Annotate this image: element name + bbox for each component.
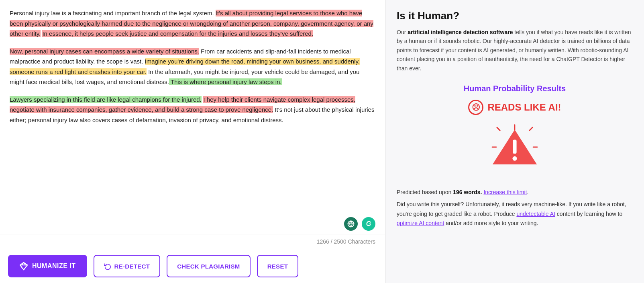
result-title: Human Probability Results <box>464 84 566 93</box>
humanize-label: HUMANIZE IT <box>32 262 76 270</box>
bottom-text-dot: . <box>527 189 529 195</box>
paragraph-2: Now, personal injury cases can encompass… <box>10 46 375 87</box>
check-plagiarism-button[interactable]: CHECK PLAGIARISM <box>167 255 250 277</box>
bottom-paragraph-2: Did you write this yourself? Unfortunate… <box>397 200 633 228</box>
svg-line-11 <box>497 127 500 130</box>
char-count-text: 1266 / 2500 Characters <box>317 238 375 245</box>
panel-title: Is it Human? <box>397 10 633 22</box>
reset-button[interactable]: RESET <box>257 255 299 277</box>
text-content-area[interactable]: Personal injury law is a fascinating and… <box>0 0 385 215</box>
bottom-bar: HUMANIZE IT RE-DETECT CHECK PLAGIARISM R… <box>0 249 385 283</box>
paragraph-3: Lawyers specializing in this field are l… <box>10 94 375 125</box>
right-panel: Is it Human? Our artificial intelligence… <box>385 0 644 283</box>
svg-rect-14 <box>513 139 516 154</box>
bottom-text-section: Predicted based upon 196 words. Increase… <box>397 188 633 228</box>
text-segment-highlighted: In essence, it helps people seek justice… <box>42 30 313 37</box>
text-segment: Personal injury law is a fascinating and… <box>10 10 216 16</box>
description-bold: artificial intelligence detection softwa… <box>408 29 513 35</box>
result-section: Human Probability Results ☹ READS LIKE A… <box>397 84 633 178</box>
check-plagiarism-label: CHECK PLAGIARISM <box>177 263 240 270</box>
word-count-bold: 196 words. <box>453 189 483 195</box>
translate-icon-button[interactable] <box>344 217 358 231</box>
char-count: 1266 / 2500 Characters <box>0 234 385 249</box>
bottom-text-1: Predicted based upon <box>397 189 453 195</box>
toolbar-icons: G <box>0 215 385 234</box>
svg-point-15 <box>512 156 517 161</box>
sad-face-icon: ☹ <box>468 100 483 115</box>
optimize-ai-link[interactable]: optimize AI content <box>397 220 444 226</box>
grammarly-icon-button[interactable]: G <box>362 217 375 231</box>
bottom-paragraph-1: Predicted based upon 196 words. Increase… <box>397 188 633 197</box>
paragraph-1: Personal injury law is a fascinating and… <box>10 8 375 39</box>
warning-illustration <box>489 123 541 169</box>
svg-line-6 <box>20 265 24 270</box>
warning-triangle-svg <box>489 123 541 169</box>
left-panel: Personal injury law is a fascinating and… <box>0 0 385 283</box>
reset-label: RESET <box>267 263 288 270</box>
redetect-icon <box>104 262 111 270</box>
diamond-icon <box>19 262 28 271</box>
redetect-button[interactable]: RE-DETECT <box>94 255 161 277</box>
svg-line-7 <box>24 265 27 270</box>
humanize-button[interactable]: HUMANIZE IT <box>8 255 87 277</box>
undetectable-ai-link[interactable]: undetectable AI <box>516 211 555 217</box>
text-segment-highlighted-green: This is where personal injury law steps … <box>169 78 282 85</box>
text-segment-highlighted: Now, personal injury cases can encompass… <box>10 48 199 55</box>
text-segment-highlighted-green: Lawyers specializing in this field are l… <box>10 96 202 103</box>
result-label: READS LIKE AI! <box>487 102 561 113</box>
redetect-label: RE-DETECT <box>114 263 150 270</box>
reads-like-ai-badge: ☹ READS LIKE AI! <box>468 100 561 115</box>
panel-description: Our artificial intelligence detection so… <box>397 28 633 73</box>
svg-line-12 <box>530 127 532 130</box>
increase-limit-link[interactable]: Increase this limit <box>483 189 527 195</box>
